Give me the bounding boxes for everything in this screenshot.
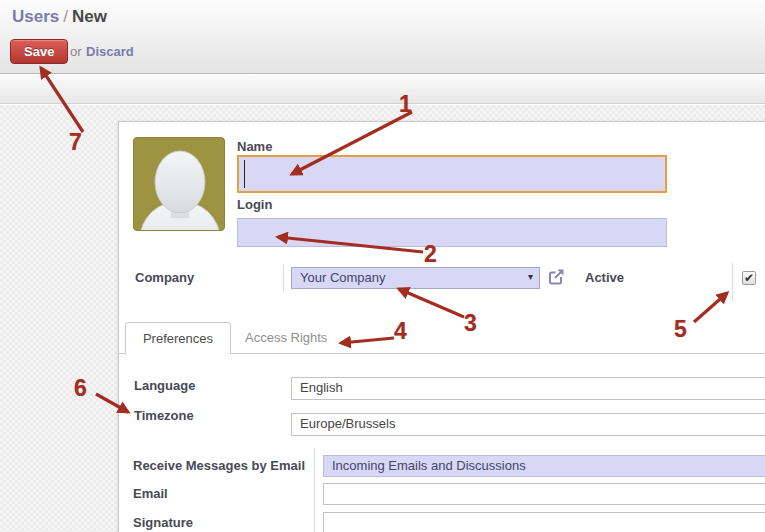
cell-divider	[314, 448, 315, 532]
annotation-number-3: 3	[464, 310, 477, 337]
active-checkbox[interactable]: ✔	[742, 271, 756, 285]
or-label: or	[70, 44, 82, 59]
receive-messages-select[interactable]: Incoming Emails and Discussions	[323, 455, 765, 477]
email-label: Email	[133, 486, 168, 501]
annotation-number-5: 5	[674, 316, 687, 343]
name-label: Name	[237, 139, 272, 154]
text-cursor	[244, 160, 245, 188]
receive-messages-select-value: Incoming Emails and Discussions	[332, 458, 526, 473]
open-record-icon[interactable]	[548, 268, 565, 285]
tab-access-rights[interactable]: Access Rights	[245, 330, 327, 345]
annotation-number-7: 7	[69, 129, 82, 156]
active-label: Active	[585, 270, 624, 285]
breadcrumb: Users/New	[12, 7, 107, 27]
annotation-number-4: 4	[394, 318, 407, 345]
breadcrumb-current: New	[72, 7, 107, 26]
annotation-number-6: 6	[74, 375, 87, 402]
secondary-toolbar	[0, 75, 765, 104]
timezone-select-value: Europe/Brussels	[300, 416, 395, 431]
header-bar: Users/New Save or Discard	[0, 0, 765, 74]
login-label: Login	[237, 197, 272, 212]
timezone-label: Timezone	[134, 408, 194, 423]
cell-divider	[283, 265, 284, 292]
language-select-value: English	[300, 380, 343, 395]
discard-link[interactable]: Discard	[86, 44, 134, 59]
company-label: Company	[135, 270, 194, 285]
signature-label: Signature	[133, 515, 193, 530]
company-select-value: Your Company	[300, 270, 386, 285]
signature-input[interactable]	[323, 512, 765, 532]
person-silhouette-icon	[134, 138, 225, 231]
company-select[interactable]: Your Company ▾	[291, 267, 540, 289]
timezone-select[interactable]: Europe/Brussels	[291, 413, 765, 436]
login-input[interactable]	[237, 218, 667, 247]
receive-messages-label: Receive Messages by Email	[133, 458, 305, 473]
name-input[interactable]	[237, 155, 667, 193]
email-input[interactable]	[323, 483, 765, 505]
save-button[interactable]: Save	[10, 39, 68, 64]
language-select[interactable]: English	[291, 377, 765, 400]
app-window: Users/New Save or Discard Name Login Com…	[0, 0, 765, 532]
breadcrumb-users-link[interactable]: Users	[12, 7, 59, 26]
cell-divider	[732, 263, 733, 301]
language-label: Language	[134, 378, 195, 393]
tab-preferences[interactable]: Preferences	[125, 322, 231, 354]
annotation-number-1: 1	[399, 91, 412, 118]
breadcrumb-separator: /	[59, 7, 72, 26]
avatar[interactable]	[133, 137, 225, 231]
annotation-number-2: 2	[424, 241, 437, 268]
chevron-down-icon: ▾	[528, 271, 533, 282]
